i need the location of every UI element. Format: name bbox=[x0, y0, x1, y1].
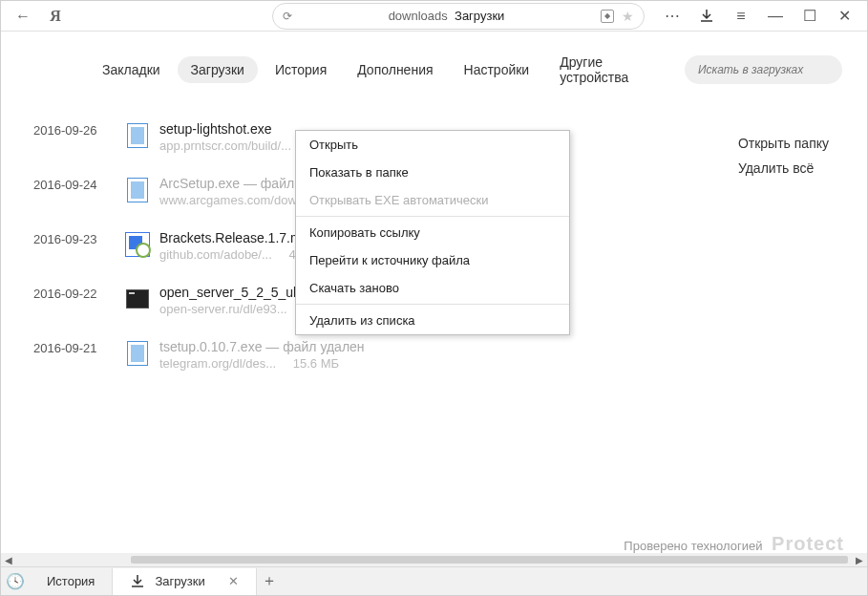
menu-redownload[interactable]: Скачать заново bbox=[296, 274, 569, 302]
download-icon bbox=[130, 574, 145, 589]
window-minimize-icon[interactable]: — bbox=[758, 3, 793, 30]
address-bar[interactable]: ⟳ downloads Загрузки ◆ ★ bbox=[272, 3, 645, 30]
tab-settings[interactable]: Настройки bbox=[451, 56, 543, 83]
download-source: telegram.org/dl/des... 15.6 МБ bbox=[159, 356, 365, 371]
address-text: downloads Загрузки bbox=[300, 9, 593, 23]
menu-separator bbox=[296, 304, 569, 305]
download-date: 2016-09-22 bbox=[33, 285, 121, 301]
menu-remove-from-list[interactable]: Удалить из списка bbox=[296, 307, 569, 334]
downloads-search[interactable] bbox=[685, 55, 842, 84]
download-context-menu: Открыть Показать в папке Открывать EXE а… bbox=[295, 130, 570, 335]
tab-history[interactable]: История bbox=[262, 56, 340, 83]
bottom-tab-label: Загрузки bbox=[155, 574, 204, 588]
reload-icon[interactable]: ⟳ bbox=[283, 10, 292, 23]
brackets-icon bbox=[121, 230, 154, 259]
menu-auto-open-exe: Открывать EXE автоматически bbox=[296, 186, 569, 214]
window-titlebar: ← Я ⟳ downloads Загрузки ◆ ★ ⋯ ≡ — ☐ ✕ bbox=[1, 1, 867, 32]
menu-icon[interactable]: ≡ bbox=[724, 3, 758, 30]
menu-goto-source[interactable]: Перейти к источнику файла bbox=[296, 246, 569, 274]
download-date: 2016-09-26 bbox=[33, 121, 121, 138]
download-name: tsetup.0.10.7.exe — файл удален bbox=[159, 339, 365, 354]
tab-bookmarks[interactable]: Закладки bbox=[89, 56, 174, 83]
tab-downloads[interactable]: Загрузки bbox=[178, 56, 258, 83]
download-row[interactable]: 2016-09-21 tsetup.0.10.7.exe — файл удал… bbox=[1, 328, 867, 382]
downloads-icon[interactable] bbox=[689, 3, 724, 30]
menu-copy-link[interactable]: Копировать ссылку bbox=[296, 219, 569, 246]
download-date: 2016-09-21 bbox=[33, 339, 121, 355]
menu-open[interactable]: Открыть bbox=[296, 131, 569, 159]
url-host: downloads bbox=[389, 9, 448, 23]
terminal-icon bbox=[121, 285, 154, 313]
file-icon bbox=[121, 176, 154, 204]
scroll-thumb[interactable] bbox=[131, 556, 848, 564]
nav-tabs: Закладки Загрузки История Дополнения Нас… bbox=[1, 32, 867, 104]
new-tab-button[interactable]: ＋ bbox=[257, 571, 282, 591]
download-source: app.prntscr.com/build/... bbox=[159, 138, 305, 153]
bottom-tabbar: 🕓 История Загрузки ✕ ＋ bbox=[1, 566, 867, 595]
download-date: 2016-09-23 bbox=[33, 230, 121, 246]
search-input[interactable] bbox=[698, 63, 829, 76]
yandex-logo[interactable]: Я bbox=[39, 3, 72, 30]
clock-icon[interactable]: 🕓 bbox=[1, 572, 30, 590]
download-date: 2016-09-24 bbox=[33, 176, 121, 192]
protect-text: Проверено технологией bbox=[624, 539, 762, 553]
menu-separator bbox=[296, 216, 569, 217]
horizontal-scrollbar[interactable]: ◀ ▶ bbox=[1, 553, 867, 566]
close-tab-icon[interactable]: ✕ bbox=[228, 574, 239, 588]
scroll-track[interactable] bbox=[16, 554, 852, 565]
tab-addons[interactable]: Дополнения bbox=[344, 56, 446, 83]
bottom-tab-history[interactable]: История bbox=[30, 568, 113, 595]
scroll-right-icon[interactable]: ▶ bbox=[852, 555, 867, 565]
open-folder-link[interactable]: Открыть папку bbox=[738, 131, 829, 156]
downloads-actions: Открыть папку Удалить всё bbox=[738, 131, 829, 181]
scroll-left-icon[interactable]: ◀ bbox=[1, 555, 16, 565]
url-title: Загрузки bbox=[455, 9, 504, 23]
menu-show-in-folder[interactable]: Показать в папке bbox=[296, 159, 569, 186]
titlebar-right: ⋯ ≡ — ☐ ✕ bbox=[655, 3, 861, 30]
protect-brand: Protect bbox=[772, 533, 844, 554]
delete-all-link[interactable]: Удалить всё bbox=[738, 156, 829, 181]
protect-icon[interactable]: ◆ bbox=[601, 10, 614, 23]
file-icon bbox=[121, 121, 154, 150]
bottom-tab-label: История bbox=[47, 574, 95, 588]
file-icon bbox=[121, 339, 154, 368]
bookmark-star-icon[interactable]: ★ bbox=[622, 9, 634, 24]
more-icon[interactable]: ⋯ bbox=[655, 3, 689, 30]
back-button[interactable]: ← bbox=[7, 3, 39, 30]
download-name: setup-lightshot.exe bbox=[159, 121, 305, 137]
bottom-tab-downloads[interactable]: Загрузки ✕ bbox=[113, 568, 256, 595]
protect-footer: Проверено технологией Protect bbox=[624, 533, 844, 555]
tab-devices[interactable]: Другие устройства bbox=[546, 49, 681, 91]
window-maximize-icon[interactable]: ☐ bbox=[793, 3, 827, 30]
window-close-icon[interactable]: ✕ bbox=[827, 3, 861, 30]
